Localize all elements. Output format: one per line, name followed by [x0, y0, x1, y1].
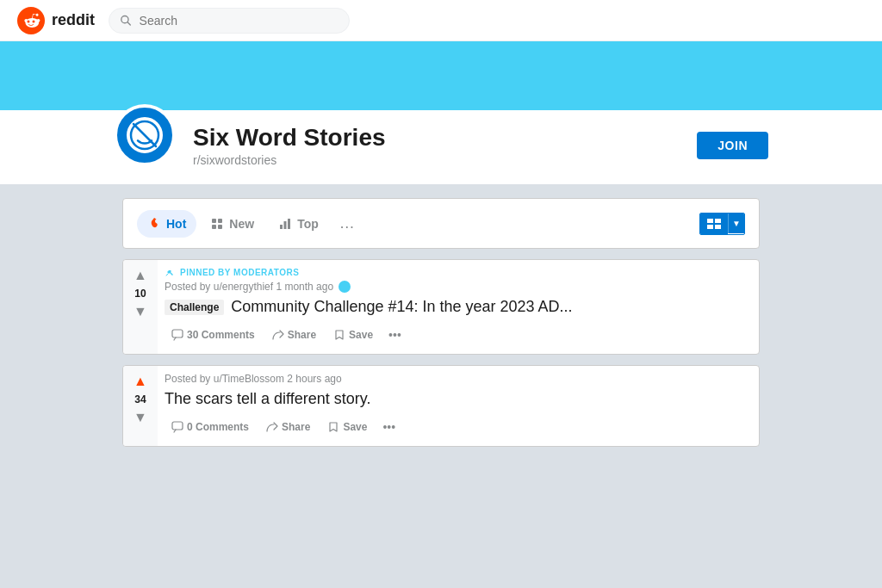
- downvote-button-2[interactable]: ▼: [132, 409, 149, 426]
- content-area: Hot New Top …: [0, 184, 882, 461]
- save-label-pinned: Save: [349, 329, 373, 341]
- comments-label-2: 0 Comments: [187, 421, 249, 433]
- community-logo-icon: [126, 116, 164, 154]
- search-input[interactable]: [140, 14, 339, 28]
- join-button[interactable]: JOIN: [697, 132, 768, 159]
- sort-more-button[interactable]: …: [332, 207, 362, 239]
- comments-label-pinned: 30 Comments: [187, 329, 255, 341]
- verified-icon-pinned: [339, 281, 351, 293]
- post-meta-2: Posted by u/TimeBlossom 2 hours ago: [165, 373, 752, 385]
- community-icon: [114, 104, 176, 166]
- post-actions-pinned: 30 Comments Share Save: [165, 323, 752, 347]
- svg-rect-15: [707, 225, 713, 229]
- post-meta-text-2: Posted by u/TimeBlossom 2 hours ago: [165, 373, 342, 385]
- logo-text: reddit: [52, 11, 95, 29]
- post-title-row-2: The scars tell a different story.: [165, 390, 752, 408]
- share-button-2[interactable]: Share: [259, 416, 317, 438]
- downvote-button-pinned[interactable]: ▼: [132, 303, 149, 320]
- upvote-button-pinned[interactable]: ▲: [132, 267, 149, 284]
- hot-icon: [147, 217, 161, 231]
- more-button-2[interactable]: •••: [377, 415, 401, 439]
- svg-rect-17: [172, 330, 183, 337]
- search-bar[interactable]: [109, 8, 350, 34]
- svg-rect-11: [284, 221, 287, 229]
- top-icon: [278, 217, 292, 231]
- community-name: Six Word Stories: [193, 124, 680, 152]
- share-icon-pinned: [272, 329, 284, 341]
- svg-rect-18: [172, 422, 183, 430]
- save-button-pinned[interactable]: Save: [326, 324, 380, 346]
- post-actions-2: 0 Comments Share Save: [165, 415, 752, 439]
- challenge-tag: Challenge: [165, 300, 224, 315]
- share-icon-2: [266, 421, 278, 433]
- share-button-pinned[interactable]: Share: [265, 324, 323, 346]
- svg-point-2: [33, 20, 35, 22]
- post-card-pinned: ▲ 10 ▼ PINNED BY MODERATORS Posted by u/…: [122, 259, 760, 355]
- pinned-label: PINNED BY MODERATORS: [165, 267, 752, 277]
- svg-point-1: [28, 20, 30, 22]
- view-toggle-dropdown-button[interactable]: ▼: [728, 214, 744, 233]
- comments-icon-pinned: [171, 329, 183, 341]
- reddit-logo-icon: [17, 7, 45, 34]
- more-button-pinned[interactable]: •••: [383, 323, 407, 347]
- post-title-pinned[interactable]: Community Challenge #14: In the year 202…: [231, 298, 572, 316]
- upvote-button-2[interactable]: ▲: [132, 373, 149, 390]
- post-meta-text-pinned: Posted by u/energythief 1 month ago: [165, 281, 333, 293]
- save-label-2: Save: [343, 421, 367, 433]
- vote-column-pinned: ▲ 10 ▼: [123, 260, 158, 354]
- save-icon-pinned: [333, 329, 345, 341]
- pinned-text: PINNED BY MODERATORS: [180, 268, 299, 277]
- sort-bar: Hot New Top …: [123, 199, 759, 248]
- community-info: Six Word Stories r/sixwordstories: [193, 124, 680, 167]
- comments-icon-2: [171, 421, 183, 433]
- sort-top-label: Top: [297, 217, 319, 231]
- svg-rect-8: [212, 225, 216, 229]
- sort-top-button[interactable]: Top: [268, 210, 329, 238]
- vote-count-2: 34: [134, 393, 146, 405]
- vote-column-2: ▲ 34 ▼: [123, 366, 158, 446]
- sort-new-label: New: [229, 217, 254, 231]
- logo-area[interactable]: reddit: [17, 7, 95, 34]
- post-body-pinned: PINNED BY MODERATORS Posted by u/energyt…: [158, 260, 759, 354]
- svg-rect-13: [707, 219, 713, 223]
- svg-rect-6: [212, 219, 216, 223]
- post-title-row-pinned: Challenge Community Challenge #14: In th…: [165, 298, 752, 316]
- community-slug: r/sixwordstories: [193, 153, 680, 167]
- svg-rect-14: [715, 219, 721, 223]
- svg-rect-12: [288, 219, 290, 229]
- compact-view-icon: [707, 219, 721, 229]
- share-label-2: Share: [282, 421, 310, 433]
- community-header: Six Word Stories r/sixwordstories JOIN: [0, 110, 882, 184]
- svg-rect-7: [218, 219, 222, 223]
- view-toggle: ▼: [699, 213, 745, 235]
- vote-count-pinned: 10: [134, 288, 146, 300]
- svg-rect-9: [218, 225, 222, 229]
- search-icon: [120, 14, 133, 28]
- sort-new-button[interactable]: New: [200, 210, 264, 238]
- svg-rect-10: [280, 225, 283, 229]
- post-body-2: Posted by u/TimeBlossom 2 hours ago The …: [158, 366, 759, 446]
- post-title-2[interactable]: The scars tell a different story.: [165, 390, 370, 408]
- share-label-pinned: Share: [288, 329, 316, 341]
- view-compact-button[interactable]: [700, 214, 728, 234]
- comments-button-2[interactable]: 0 Comments: [165, 416, 256, 438]
- header: reddit: [0, 0, 882, 41]
- post-card-2: ▲ 34 ▼ Posted by u/TimeBlossom 2 hours a…: [122, 365, 760, 447]
- sort-hot-button[interactable]: Hot: [137, 210, 196, 238]
- pin-icon: [165, 267, 175, 277]
- svg-rect-16: [715, 225, 721, 229]
- community-banner: [0, 41, 882, 110]
- sort-bar-card: Hot New Top …: [122, 198, 760, 249]
- sort-hot-label: Hot: [166, 217, 186, 231]
- save-button-2[interactable]: Save: [320, 416, 374, 438]
- save-icon-2: [327, 421, 339, 433]
- comments-button-pinned[interactable]: 30 Comments: [165, 324, 262, 346]
- post-meta-pinned: Posted by u/energythief 1 month ago: [165, 281, 752, 293]
- new-icon: [210, 217, 224, 231]
